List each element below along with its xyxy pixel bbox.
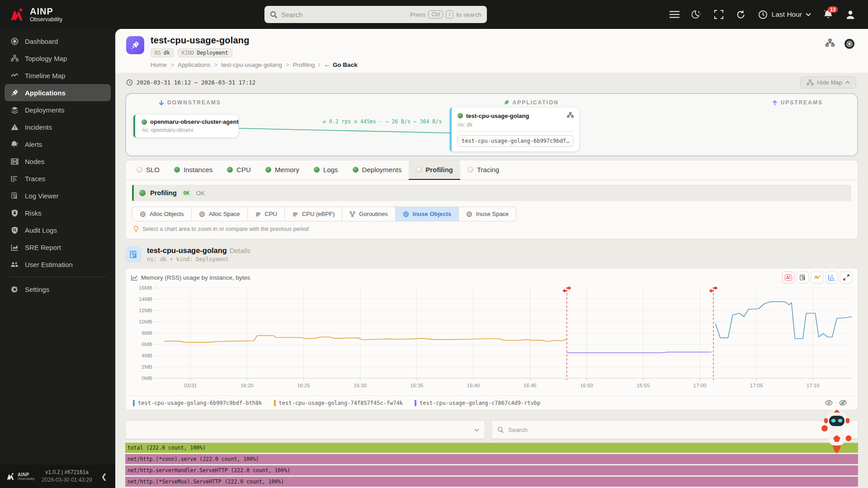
sidebar-item-sre-report[interactable]: SRE Report: [5, 239, 111, 256]
sidebar-item-topology-map[interactable]: Topology Map: [5, 50, 111, 67]
profile-type-alloc-space[interactable]: Alloc Space: [192, 206, 248, 221]
tab-cpu[interactable]: CPU: [220, 160, 258, 180]
tab-logs[interactable]: Logs: [307, 160, 345, 180]
breadcrumb-separator: >: [214, 61, 218, 68]
flame-row-net-http-conn-serve[interactable]: net/http.(*conn).serve (222.0 count, 100…: [125, 454, 858, 464]
flame-search-input[interactable]: [508, 427, 852, 433]
hide-map-button[interactable]: Hide Map: [800, 76, 856, 89]
profile-type-label: Inuse Objects: [413, 211, 451, 217]
profile-type-cpu-ebpf[interactable]: CPU (eBPF): [285, 206, 342, 221]
breadcrumb-item-test-cpu-usage-golang[interactable]: test-cpu-usage-golang: [222, 61, 282, 68]
flame-row-total[interactable]: total (222.0 count, 100%): [125, 443, 858, 453]
downstream-node-name: openmaru-observ-cluster-agent: [150, 118, 239, 125]
status-text: OK: [196, 190, 205, 197]
kubernetes-icon[interactable]: [844, 39, 854, 49]
trend-view-button[interactable]: [811, 272, 823, 283]
refresh-icon[interactable]: [736, 9, 746, 19]
show-all-series-icon[interactable]: [825, 400, 833, 406]
svg-text:16:55: 16:55: [637, 383, 650, 388]
chip-icon: [140, 211, 146, 217]
brand-logo[interactable]: AINP Observability: [0, 7, 115, 23]
sidebar: DashboardTopology MapTimeline MapApplica…: [0, 29, 115, 488]
sidebar-item-deployments[interactable]: Deployments: [5, 101, 111, 118]
legend-item-test-cpu-usage-golang-c7867c4d9-rtvbp[interactable]: test-cpu-usage-golang-c7867c4d9-rtvbp: [415, 400, 540, 406]
breadcrumb-item-home[interactable]: Home: [151, 61, 167, 68]
sidebar-item-user-estimation[interactable]: User Estimation: [5, 256, 111, 273]
topology-link-icon[interactable]: [826, 39, 835, 49]
time-range-selector[interactable]: Last Hour: [758, 9, 811, 19]
flame-view-select[interactable]: [125, 420, 485, 439]
legend-item-test-cpu-usage-golang-74f857f45c-fw74k[interactable]: test-cpu-usage-golang-74f857f45c-fw74k: [274, 400, 403, 406]
flame-row-net-http-servemux-servehttp[interactable]: net/http.(*ServeMux).ServeHTTP (222.0 co…: [125, 477, 858, 487]
profile-type-goroutines[interactable]: Goroutines: [342, 206, 396, 221]
sidebar-item-settings[interactable]: Settings: [5, 281, 111, 298]
expand-chart-button[interactable]: [840, 272, 852, 283]
chevron-down-icon: [474, 428, 479, 432]
profile-type-cpu[interactable]: CPU: [248, 206, 285, 221]
sidebar-item-risks[interactable]: Risks: [5, 204, 111, 221]
status-dot-green: [353, 167, 359, 173]
sidebar-item-dashboard[interactable]: Dashboard: [5, 33, 111, 50]
global-search[interactable]: Press Ctrl / to search: [264, 6, 487, 23]
downstream-node[interactable]: openmaru-observ-cluster-agent ns: openma…: [133, 115, 238, 137]
menu-icon[interactable]: [670, 9, 679, 19]
fullscreen-icon[interactable]: [714, 9, 724, 19]
profile-type-alloc-objects[interactable]: Alloc Objects: [132, 206, 192, 221]
sidebar-item-audit-logs[interactable]: Audit Logs: [5, 221, 111, 239]
app-node-name: test-cpu-usage-golang: [466, 113, 529, 119]
svg-text:2MB: 2MB: [142, 364, 152, 370]
tab-label: SLO: [146, 166, 160, 174]
legend-item-test-cpu-usage-golang-6b997c9bdf-bth8k[interactable]: test-cpu-usage-golang-6b997c9bdf-bth8k: [133, 400, 262, 406]
tab-deployments[interactable]: Deployments: [345, 160, 409, 180]
tab-instances[interactable]: Instances: [167, 160, 220, 180]
instance-chip[interactable]: test-cpu-usage-golang-6b997c9bdf…: [458, 135, 574, 147]
chart-title: Memory (RSS) usage by instance, bytes: [141, 274, 250, 281]
notifications-button[interactable]: 13: [823, 9, 833, 19]
tab-tracing[interactable]: Tracing: [460, 160, 506, 180]
profile-type-inuse-objects[interactable]: Inuse Objects: [396, 206, 459, 221]
tab-slo[interactable]: SLO: [129, 160, 167, 180]
ai-analysis-button[interactable]: AI: [782, 272, 794, 283]
flame-row-net-http-serverhandler-servehttp[interactable]: net/http.serverHandler.ServeHTTP (222.0 …: [125, 465, 858, 475]
user-avatar-icon[interactable]: [845, 9, 855, 19]
search-input[interactable]: [281, 11, 406, 19]
sidebar-item-incidents[interactable]: Incidents: [5, 118, 111, 136]
sidebar-item-timeline-map[interactable]: Timeline Map: [5, 67, 111, 84]
sidebar-collapse-icon[interactable]: ❮: [99, 472, 109, 481]
go-back-button[interactable]: ←Go Back: [324, 61, 357, 68]
flame-search[interactable]: [491, 420, 858, 439]
sidebar-divider: [9, 277, 106, 277]
sidebar-item-log-viewer[interactable]: Log Viewer: [5, 187, 111, 204]
sidebar-item-alerts[interactable]: Alerts: [5, 136, 111, 153]
sidebar-item-applications[interactable]: Applications: [5, 84, 111, 101]
breadcrumb-item-applications[interactable]: Applications: [178, 61, 211, 68]
scatter-view-button[interactable]: [826, 272, 838, 283]
memory-chart[interactable]: 0MB2MB4MB6MB8MB10MB12MB14MB16MB03/3116:2…: [129, 284, 860, 393]
shield-search-icon: [10, 226, 19, 234]
server-icon: [10, 157, 19, 165]
svg-text:16MB: 16MB: [139, 285, 152, 291]
status-dot-green: [458, 113, 463, 118]
sidebar-item-traces[interactable]: Traces: [5, 170, 111, 187]
logview-icon: [10, 192, 19, 200]
details-suffix: Details: [230, 247, 250, 254]
status-dot-green: [265, 167, 271, 173]
application-node[interactable]: test-cpu-usage-golang ns: dk test-cpu-us…: [450, 108, 579, 151]
topology-icon[interactable]: [567, 112, 574, 120]
main-content: test-cpu-usage-golang NSdk KINDDeploymen…: [115, 29, 868, 488]
tab-memory[interactable]: Memory: [258, 160, 307, 180]
svg-text:03/31: 03/31: [184, 383, 197, 388]
sidebar-item-label: Deployments: [25, 106, 65, 114]
dark-mode-icon[interactable]: [692, 9, 702, 19]
legend-swatch: [274, 400, 276, 406]
profile-type-inuse-space[interactable]: Inuse Space: [459, 206, 516, 221]
sidebar-item-label: Log Viewer: [25, 192, 59, 200]
chart-inspect-button[interactable]: [797, 272, 809, 283]
tab-label: Logs: [323, 166, 338, 174]
status-dot-gray: [416, 167, 422, 173]
hide-all-series-icon[interactable]: [839, 400, 847, 406]
gear-icon: [10, 285, 19, 293]
sidebar-item-nodes[interactable]: Nodes: [5, 153, 111, 170]
tab-profiling[interactable]: Profiling: [409, 160, 460, 180]
bell-icon: [10, 140, 19, 148]
